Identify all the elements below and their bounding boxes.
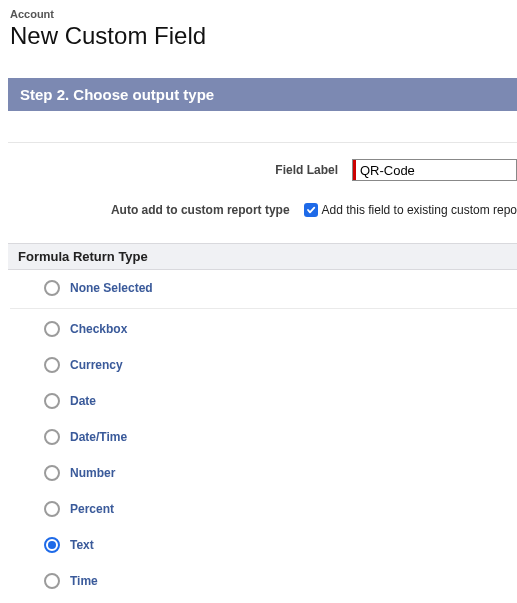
return-type-label: Checkbox: [70, 322, 127, 336]
page-title: New Custom Field: [10, 22, 517, 50]
radio-icon: [44, 280, 60, 296]
step-spacer: [8, 111, 517, 143]
field-label-caption: Field Label: [8, 159, 352, 177]
step-bar: Step 2. Choose output type: [8, 78, 517, 111]
form-area: Field Label Auto add to custom report ty…: [8, 143, 517, 243]
auto-add-checkbox-label: Add this field to existing custom repo: [322, 203, 517, 217]
return-type-label: Time: [70, 574, 98, 588]
check-icon: [306, 205, 316, 215]
return-type-option[interactable]: Date: [44, 393, 517, 409]
radio-icon: [44, 357, 60, 373]
return-type-label: Currency: [70, 358, 123, 372]
radio-icon: [44, 501, 60, 517]
radio-icon: [44, 393, 60, 409]
return-type-option[interactable]: None Selected: [44, 280, 517, 296]
return-type-option[interactable]: Number: [44, 465, 517, 481]
field-label-input[interactable]: [356, 160, 516, 180]
row-field-label: Field Label: [8, 159, 517, 181]
return-type-label: Number: [70, 466, 115, 480]
radio-icon: [44, 465, 60, 481]
auto-add-caption: Auto add to custom report type: [8, 203, 304, 217]
page-context: Account: [10, 8, 517, 20]
return-type-label: Date/Time: [70, 430, 127, 444]
return-type-section-header: Formula Return Type: [8, 243, 517, 270]
return-type-option[interactable]: Text: [44, 537, 517, 553]
radio-icon: [44, 321, 60, 337]
return-type-label: Percent: [70, 502, 114, 516]
divider: [10, 308, 517, 309]
return-type-label: None Selected: [70, 281, 153, 295]
return-type-option[interactable]: Currency: [44, 357, 517, 373]
return-type-option[interactable]: Time: [44, 573, 517, 589]
radio-icon: [44, 537, 60, 553]
return-type-option[interactable]: Percent: [44, 501, 517, 517]
radio-icon: [44, 429, 60, 445]
return-type-option[interactable]: Date/Time: [44, 429, 517, 445]
return-type-option[interactable]: Checkbox: [44, 321, 517, 337]
return-type-label: Date: [70, 394, 96, 408]
radio-dot-icon: [48, 541, 56, 549]
auto-add-checkbox[interactable]: [304, 203, 318, 217]
radio-icon: [44, 573, 60, 589]
row-auto-add: Auto add to custom report type Add this …: [8, 203, 517, 217]
return-type-label: Text: [70, 538, 94, 552]
return-type-radio-group: None SelectedCheckboxCurrencyDateDate/Ti…: [10, 270, 517, 589]
field-label-input-wrap[interactable]: [352, 159, 517, 181]
